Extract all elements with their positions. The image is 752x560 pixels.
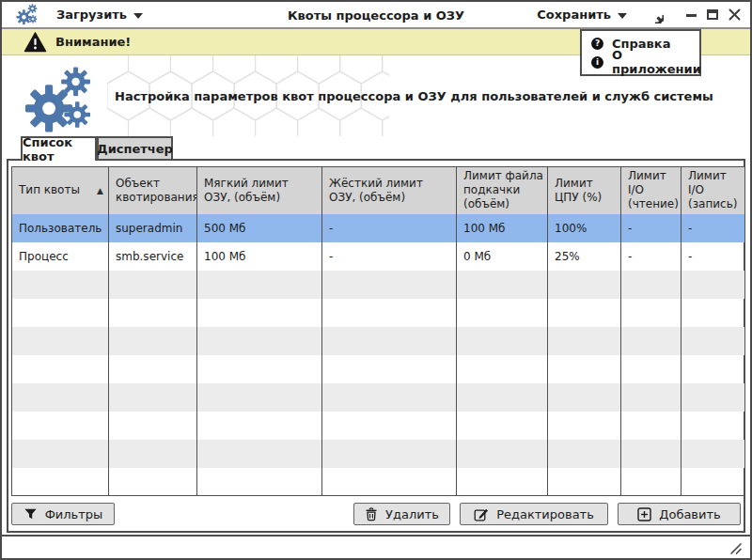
column-label: Объект квотирования — [116, 177, 197, 204]
column-header-soft-ram-limit[interactable]: Мягкий лимит ОЗУ, (объём) — [197, 167, 322, 214]
table-row-selected[interactable]: Пользователь superadmin 500 Мб - 100 Мб … — [12, 214, 745, 242]
tab-dispatcher-label: Диспетчер — [97, 142, 173, 156]
column-header-quota-type[interactable]: Тип квоты ▲ — [12, 167, 109, 214]
table-row-empty — [12, 412, 745, 440]
tab-dispatcher[interactable]: Диспетчер — [97, 136, 173, 159]
delete-button-label: Удалить — [385, 507, 439, 521]
table-cell-empty — [457, 327, 548, 355]
table-cell-empty — [621, 355, 682, 383]
column-label: Лимит файла подкачки (объём) — [463, 169, 543, 210]
table-cell-empty — [12, 327, 109, 355]
column-header-hard-ram-limit[interactable]: Жёсткий лимит ОЗУ, (объём) — [322, 167, 457, 214]
column-header-io-read-limit[interactable]: Лимит I/O (чтение) — [621, 167, 682, 214]
table-cell-empty — [621, 383, 682, 412]
table-cell-empty — [548, 412, 621, 440]
filters-button[interactable]: Фильтры — [11, 503, 115, 525]
table-cell-empty — [322, 412, 457, 440]
column-label: Лимит I/O (запись) — [688, 169, 737, 210]
menu-item-about[interactable]: i О приложении — [582, 53, 699, 71]
table-cell-empty — [12, 299, 109, 327]
table-header: Тип квоты ▲ Объект квотирования Мягкий л… — [12, 167, 745, 214]
table-cell: Процесс — [12, 242, 109, 271]
settings-gear-icon[interactable] — [646, 6, 664, 23]
table-cell: Пользователь — [12, 214, 109, 242]
table-cell-empty — [322, 383, 457, 412]
table-cell-empty — [12, 468, 109, 496]
chevron-down-icon — [133, 13, 143, 19]
edit-pencil-icon — [474, 507, 489, 521]
table-cell-empty — [322, 299, 457, 327]
status-bar — [2, 535, 750, 558]
table-cell-empty — [322, 271, 457, 299]
table-cell-empty — [197, 383, 322, 412]
window-controls — [686, 8, 741, 21]
title-bar: Загрузить Квоты процессора и ОЗУ Сохрани… — [2, 2, 750, 29]
table-cell-empty — [621, 271, 682, 299]
table-cell-empty — [12, 440, 109, 468]
column-header-io-write-limit[interactable]: Лимит I/O (запись) — [682, 167, 745, 214]
table-cell-empty — [197, 412, 322, 440]
edit-button[interactable]: Редактировать — [460, 503, 608, 525]
column-header-swap-limit[interactable]: Лимит файла подкачки (объём) — [457, 167, 548, 214]
table-cell: 100 Мб — [457, 214, 548, 242]
column-label: Тип квоты — [19, 183, 80, 196]
table-cell: smb.service — [109, 242, 197, 271]
save-menu-button[interactable]: Сохранить — [537, 8, 627, 22]
table-cell-empty — [621, 412, 682, 440]
close-icon[interactable] — [728, 8, 741, 21]
table-cell-empty — [682, 440, 745, 468]
table-cell-empty — [457, 440, 548, 468]
table-cell-empty — [322, 327, 457, 355]
table-cell-empty — [682, 412, 745, 440]
app-window: Загрузить Квоты процессора и ОЗУ Сохрани… — [0, 0, 752, 560]
table-cell-empty — [197, 355, 322, 383]
table-cell-empty — [682, 299, 745, 327]
tab-quota-list-label: Список квот — [23, 135, 95, 163]
column-label: Лимит ЦПУ (%) — [555, 177, 602, 204]
table-cell-empty — [197, 299, 322, 327]
table-row-empty — [12, 299, 745, 327]
table-row-empty — [12, 271, 745, 299]
table-cell-empty — [548, 440, 621, 468]
table-cell-empty — [197, 440, 322, 468]
info-icon: i — [591, 56, 603, 69]
tab-quota-list[interactable]: Список квот — [21, 136, 97, 161]
table-cell-empty — [682, 383, 745, 412]
load-menu-button[interactable]: Загрузить — [56, 8, 143, 22]
table-cell: - — [682, 214, 745, 242]
table-cell: - — [621, 214, 682, 242]
resize-grip-icon[interactable] — [728, 540, 743, 555]
table-cell-empty — [682, 271, 745, 299]
quota-panel: Тип квоты ▲ Объект квотирования Мягкий л… — [7, 159, 745, 533]
tab-bar: Список квот Диспетчер — [2, 136, 750, 161]
column-label: Жёсткий лимит ОЗУ, (объём) — [329, 177, 423, 204]
table-cell-empty — [621, 440, 682, 468]
table-cell-empty — [109, 440, 197, 468]
table-cell-empty — [621, 327, 682, 355]
settings-dropdown-menu: ? Справка i О приложении — [580, 29, 701, 76]
table-cell-empty — [457, 468, 548, 496]
column-label: Лимит I/O (чтение) — [628, 169, 679, 210]
delete-button[interactable]: Удалить — [353, 503, 450, 525]
table-cell-empty — [109, 327, 197, 355]
table-row[interactable]: Процесс smb.service 100 Мб - 0 Мб 25% - … — [12, 242, 745, 271]
column-header-quota-object[interactable]: Объект квотирования — [109, 167, 197, 214]
add-button[interactable]: Добавить — [618, 503, 741, 525]
table-row-empty — [12, 327, 745, 355]
maximize-icon[interactable] — [707, 9, 718, 20]
plus-square-icon — [637, 507, 651, 521]
warning-triangle-icon — [24, 32, 47, 53]
table-cell-empty — [682, 355, 745, 383]
table-cell-empty — [12, 383, 109, 412]
edit-button-label: Редактировать — [496, 507, 594, 521]
quota-table: Тип квоты ▲ Объект квотирования Мягкий л… — [11, 166, 745, 496]
table-cell-empty — [548, 271, 621, 299]
table-row-empty — [12, 468, 745, 496]
table-cell: - — [621, 242, 682, 271]
table-row-empty — [12, 383, 745, 412]
table-cell: - — [322, 214, 457, 242]
column-header-cpu-limit[interactable]: Лимит ЦПУ (%) — [548, 167, 621, 214]
minimize-icon[interactable] — [686, 14, 697, 17]
hero-gears-icon — [24, 67, 103, 134]
table-row-empty — [12, 440, 745, 468]
